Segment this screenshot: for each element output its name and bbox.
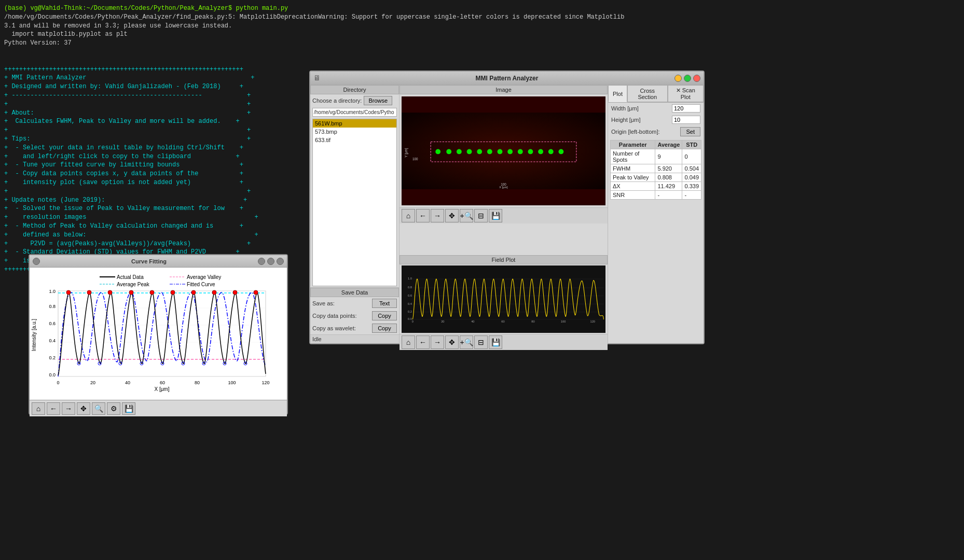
terminal-line-3: import matplotlib.pyplot as plt (4, 31, 128, 38)
terminal-update1: + - Solved the issue of Peak to Valley m… (4, 205, 243, 212)
curve-minimize-btn[interactable] (258, 258, 265, 265)
middle-panel: Image (400, 85, 608, 343)
svg-point-58 (446, 149, 451, 154)
svg-point-41 (233, 290, 237, 295)
result-std-4: - (682, 191, 701, 200)
result-row-3[interactable]: ΔX 11.429 0.339 (611, 182, 701, 191)
curve-window-title: Curve Fitting (131, 258, 167, 264)
mmi-body: Directory Choose a directory: Browse /ho… (310, 85, 704, 343)
browse-button[interactable]: Browse (364, 96, 392, 105)
terminal-tip2: + - Tune your fitted curve by limitting … (4, 161, 243, 169)
field-zoomout-btn[interactable]: ⊟ (474, 335, 488, 349)
svg-text:100: 100 (228, 380, 236, 385)
col-std: STD (682, 141, 701, 149)
mmi-window-right-buttons[interactable] (674, 75, 700, 82)
result-row-4[interactable]: SNR - - (611, 191, 701, 200)
curve-settings-btn[interactable]: ⚙ (107, 402, 120, 415)
set-button[interactable]: Set (680, 127, 700, 136)
image-section-title: Image (400, 85, 608, 94)
left-panel: Directory Choose a directory: Browse /ho… (310, 85, 400, 343)
copy-wavelet-row: Copy as wavelet: Copy (310, 322, 399, 334)
save-section-title: Save Data (310, 288, 399, 297)
terminal-title: + MMI Pattern Analyzer + (4, 74, 254, 81)
mmi-window: 🖥 MMI Pattern Analyzer Directory Choose … (309, 71, 705, 344)
curve-zoomin-btn[interactable]: 🔍 (92, 402, 105, 415)
svg-text:0.6: 0.6 (408, 294, 412, 297)
mmi-maximize-btn[interactable] (684, 75, 691, 82)
file-list[interactable]: 561W.bmp 573.bmp 633.tif (312, 119, 397, 286)
result-row-0[interactable]: Number of Spots 9 0 (611, 149, 701, 164)
width-input[interactable] (672, 104, 700, 113)
svg-point-65 (518, 149, 523, 154)
image-back-btn[interactable]: ← (416, 209, 430, 222)
image-home-btn[interactable]: ⌂ (402, 209, 415, 222)
image-move-btn[interactable]: ✥ (445, 209, 459, 222)
terminal-tips-hdr: + Tips: + (4, 135, 251, 143)
svg-text:60: 60 (501, 320, 504, 323)
field-zoomin-btn[interactable]: +🔍 (460, 335, 473, 349)
save-as-row: Save as: Text (310, 297, 399, 310)
status-text: Idle (312, 336, 322, 342)
mmi-title-bar: 🖥 MMI Pattern Analyzer (310, 72, 704, 85)
terminal-update2c: + P2VD = (avg(Peaks)-avg(Valleys))/avg(P… (4, 240, 251, 247)
dir-label: Choose a directory: (312, 97, 362, 104)
svg-text:Y [μm]: Y [μm] (404, 148, 408, 157)
field-plot-section: Field Plot 1.0 0.8 0.6 0.4 0.2 0.0 (400, 255, 608, 343)
tab-plot[interactable]: Plot (608, 85, 627, 102)
field-home-btn[interactable]: ⌂ (402, 335, 415, 349)
terminal-update1b: + resolution images + (4, 214, 258, 221)
svg-point-42 (254, 290, 258, 295)
curve-window-icon (33, 258, 40, 265)
curve-home-btn[interactable]: ⌂ (32, 402, 45, 415)
svg-text:0.6: 0.6 (49, 321, 56, 326)
result-param-4: SNR (611, 191, 655, 200)
svg-text:60: 60 (160, 380, 165, 385)
field-move-btn[interactable]: ✥ (445, 335, 459, 349)
file-item-1[interactable]: 573.bmp (313, 128, 396, 136)
curve-close-btn[interactable] (277, 258, 284, 265)
curve-back-btn[interactable]: ← (47, 402, 60, 415)
file-item-0[interactable]: 561W.bmp (313, 119, 396, 128)
result-param-3: ΔX (611, 182, 655, 191)
save-as-button[interactable]: Text (372, 299, 397, 308)
image-zoomout-btn[interactable]: ⊟ (474, 209, 488, 222)
svg-point-57 (435, 149, 440, 154)
result-avg-3: 11.429 (655, 182, 682, 191)
tab-cross-section[interactable]: Cross Section (627, 85, 668, 102)
result-row-1[interactable]: FWHM 5.920 0.504 (611, 164, 701, 173)
svg-point-35 (108, 290, 112, 295)
right-panel: Plot Cross Section ✕ Scan Plot Width [μm… (608, 85, 704, 343)
file-item-2[interactable]: 633.tif (313, 136, 396, 144)
curve-toolbar: ⌂ ← → ✥ 🔍 ⚙ 💾 (30, 400, 287, 416)
mmi-close-btn[interactable] (693, 75, 700, 82)
result-param-2: Peak to Valley (611, 173, 655, 182)
curve-window-right-buttons[interactable] (258, 258, 284, 265)
field-section-title: Field Plot (400, 255, 608, 264)
result-row-2[interactable]: Peak to Valley 0.808 0.049 (611, 173, 701, 182)
image-save-btn[interactable]: 💾 (489, 209, 502, 222)
curve-window-buttons (33, 258, 40, 265)
mmi-minimize-btn[interactable] (674, 75, 682, 82)
image-toolbar: ⌂ ← → ✥ +🔍 ⊟ 💾 (400, 207, 608, 223)
curve-forward-btn[interactable]: → (62, 402, 75, 415)
svg-point-66 (528, 149, 533, 154)
tab-scan-plot[interactable]: ✕ Scan Plot (668, 85, 704, 102)
status-bar: Idle (310, 334, 399, 343)
image-zoomin-btn[interactable]: +🔍 (460, 209, 473, 222)
svg-text:20: 20 (90, 380, 95, 385)
svg-text:20: 20 (441, 320, 444, 323)
field-save-btn[interactable]: 💾 (489, 335, 502, 349)
curve-move-btn[interactable]: ✥ (77, 402, 90, 415)
curve-save-btn[interactable]: 💾 (122, 402, 135, 415)
field-plot-area: 1.0 0.8 0.6 0.4 0.2 0.0 (402, 265, 605, 333)
origin-label: Origin [left-bottom]: (611, 129, 660, 135)
svg-text:0.0: 0.0 (49, 372, 56, 377)
curve-maximize-btn[interactable] (267, 258, 274, 265)
height-input[interactable] (672, 116, 700, 124)
copy-wavelet-button[interactable]: Copy (372, 324, 397, 333)
field-back-btn[interactable]: ← (416, 335, 430, 349)
terminal-line-1: /home/vg/Documents/Codes/Python/Peak_Ana… (4, 13, 624, 21)
copy-data-button[interactable]: Copy (372, 311, 397, 320)
image-forward-btn[interactable]: → (431, 209, 444, 222)
field-forward-btn[interactable]: → (431, 335, 444, 349)
